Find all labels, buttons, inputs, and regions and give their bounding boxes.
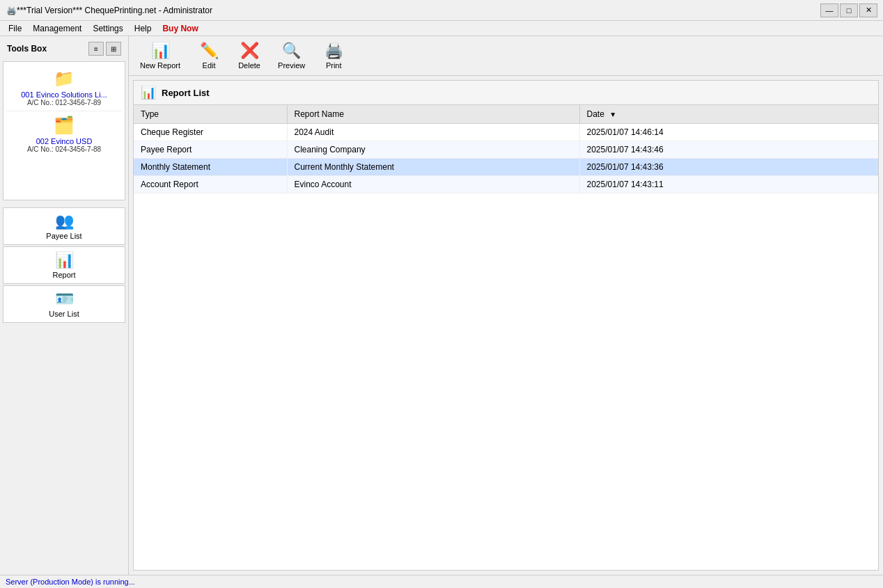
panel-header: 📊 Report List bbox=[134, 81, 878, 105]
cell-date: 2025/01/07 14:43:46 bbox=[579, 141, 878, 159]
sidebar-title: Tools Box bbox=[7, 44, 47, 54]
account-item-2[interactable]: 🗂️ 002 Evinco USD A/C No.: 024-3456-7-88 bbox=[6, 111, 122, 157]
menu-bar: File Management Settings Help Buy Now bbox=[0, 21, 883, 36]
menu-help[interactable]: Help bbox=[129, 22, 157, 35]
cell-date: 2025/01/07 14:43:36 bbox=[579, 159, 878, 176]
edit-label: Edit bbox=[203, 61, 216, 70]
print-label: Print bbox=[326, 61, 342, 70]
status-text: Server (Production Mode) is running... bbox=[6, 578, 135, 586]
preview-button[interactable]: 🔍 Preview bbox=[272, 40, 311, 71]
col-report-name[interactable]: Report Name bbox=[287, 105, 579, 124]
menu-file[interactable]: File bbox=[3, 22, 27, 35]
menu-settings[interactable]: Settings bbox=[87, 22, 128, 35]
cell-report-name: Cleaning Company bbox=[287, 141, 579, 159]
preview-label: Preview bbox=[278, 61, 305, 70]
delete-label: Delete bbox=[238, 61, 260, 70]
payee-list-icon: 👥 bbox=[55, 212, 74, 230]
account-name-2: 002 Evinco USD bbox=[36, 137, 93, 145]
payee-list-label: Payee List bbox=[46, 232, 81, 240]
cell-report-name: Current Monthly Statement bbox=[287, 159, 579, 176]
table-row[interactable]: Account ReportEvinco Account2025/01/07 1… bbox=[134, 176, 878, 193]
account-list: 📁 001 Evinco Solutions Li... A/C No.: 01… bbox=[3, 61, 125, 200]
cell-type: Account Report bbox=[134, 176, 287, 193]
panel-header-icon: 📊 bbox=[141, 85, 156, 100]
report-label: Report bbox=[52, 271, 75, 279]
edit-button[interactable]: ✏️ Edit bbox=[192, 40, 226, 71]
cell-report-name: Evinco Account bbox=[287, 176, 579, 193]
report-panel: 📊 Report List Type Report Name bbox=[133, 80, 879, 571]
content-area: 📊 New Report ✏️ Edit ❌ Delete 🔍 Preview … bbox=[129, 36, 883, 575]
title-bar: 🖨️ ***Trial Version*** ChequePrinting.ne… bbox=[0, 0, 883, 21]
cell-type: Monthly Statement bbox=[134, 159, 287, 176]
edit-icon: ✏️ bbox=[200, 42, 219, 60]
user-list-label: User List bbox=[49, 310, 79, 318]
toolbar: 📊 New Report ✏️ Edit ❌ Delete 🔍 Preview … bbox=[129, 36, 883, 76]
menu-buynow[interactable]: Buy Now bbox=[157, 22, 203, 35]
account-number-2: A/C No.: 024-3456-7-88 bbox=[27, 145, 101, 153]
nav-report[interactable]: 📊 Report bbox=[3, 246, 125, 284]
account-icon-1: 📁 bbox=[54, 69, 75, 88]
cell-date: 2025/01/07 14:43:11 bbox=[579, 176, 878, 193]
sidebar-header: Tools Box ≡ ⊞ bbox=[3, 39, 125, 58]
panel-title: Report List bbox=[162, 88, 210, 98]
preview-icon: 🔍 bbox=[282, 42, 301, 60]
col-type[interactable]: Type bbox=[134, 105, 287, 124]
new-report-label: New Report bbox=[140, 61, 180, 70]
cell-report-name: 2024 Audit bbox=[287, 124, 579, 141]
cell-type: Cheque Register bbox=[134, 124, 287, 141]
account-number-1: A/C No.: 012-3456-7-89 bbox=[27, 99, 101, 106]
report-table: Type Report Name Date ▼ Cheque R bbox=[134, 105, 878, 193]
table-container: Type Report Name Date ▼ Cheque R bbox=[134, 105, 878, 570]
sidebar-list-view-button[interactable]: ≡ bbox=[88, 42, 104, 56]
new-report-button[interactable]: 📊 New Report bbox=[134, 40, 186, 71]
account-icon-2: 🗂️ bbox=[54, 116, 75, 135]
nav-section: 👥 Payee List 📊 Report 🪪 User List bbox=[3, 207, 125, 323]
title-bar-controls: — □ ✕ bbox=[820, 3, 877, 17]
cell-type: Payee Report bbox=[134, 141, 287, 159]
user-list-icon: 🪪 bbox=[55, 290, 74, 308]
account-item-1[interactable]: 📁 001 Evinco Solutions Li... A/C No.: 01… bbox=[6, 65, 122, 111]
table-row[interactable]: Payee ReportCleaning Company2025/01/07 1… bbox=[134, 141, 878, 159]
nav-payee-list[interactable]: 👥 Payee List bbox=[3, 207, 125, 245]
app-icon: 🖨️ bbox=[6, 5, 17, 16]
sidebar-grid-view-button[interactable]: ⊞ bbox=[106, 42, 121, 56]
account-name-1: 001 Evinco Solutions Li... bbox=[21, 90, 107, 99]
table-body: Cheque Register2024 Audit2025/01/07 14:4… bbox=[134, 124, 878, 193]
minimize-button[interactable]: — bbox=[820, 3, 838, 17]
new-report-icon: 📊 bbox=[151, 42, 170, 60]
menu-management[interactable]: Management bbox=[27, 22, 87, 35]
sidebar-header-buttons: ≡ ⊞ bbox=[88, 42, 121, 56]
status-bar: Server (Production Mode) is running... bbox=[0, 575, 883, 588]
delete-button[interactable]: ❌ Delete bbox=[232, 40, 267, 71]
table-row[interactable]: Monthly StatementCurrent Monthly Stateme… bbox=[134, 159, 878, 176]
cell-date: 2025/01/07 14:46:14 bbox=[579, 124, 878, 141]
report-icon: 📊 bbox=[55, 251, 74, 269]
nav-user-list[interactable]: 🪪 User List bbox=[3, 285, 125, 323]
sidebar: Tools Box ≡ ⊞ 📁 001 Evinco Solutions Li.… bbox=[0, 36, 129, 575]
table-row[interactable]: Cheque Register2024 Audit2025/01/07 14:4… bbox=[134, 124, 878, 141]
sort-icon: ▼ bbox=[609, 111, 616, 118]
main-layout: Tools Box ≡ ⊞ 📁 001 Evinco Solutions Li.… bbox=[0, 36, 883, 575]
print-icon: 🖨️ bbox=[325, 42, 343, 60]
title-bar-text: ***Trial Version*** ChequePrinting.net -… bbox=[17, 6, 820, 15]
close-button[interactable]: ✕ bbox=[859, 3, 877, 17]
delete-icon: ❌ bbox=[240, 42, 259, 60]
print-button[interactable]: 🖨️ Print bbox=[316, 40, 351, 71]
maximize-button[interactable]: □ bbox=[840, 3, 858, 17]
col-date[interactable]: Date ▼ bbox=[579, 105, 878, 124]
table-header: Type Report Name Date ▼ bbox=[134, 105, 878, 124]
